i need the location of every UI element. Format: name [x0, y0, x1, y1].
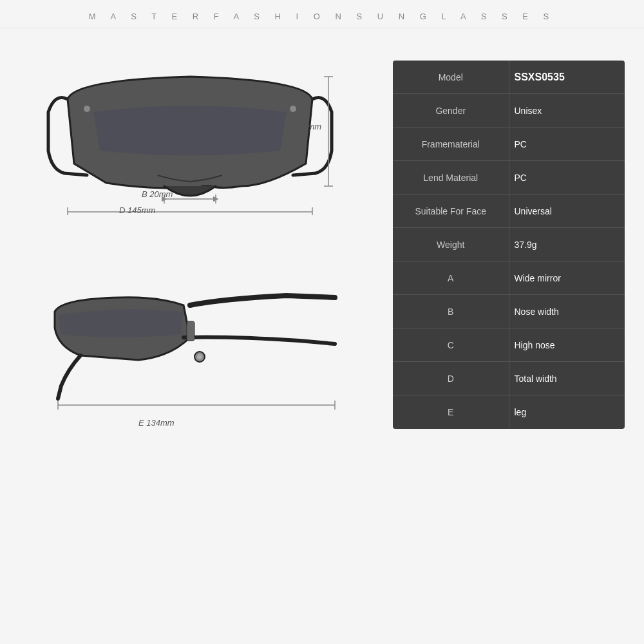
spec-val-2: PC	[509, 131, 625, 157]
dim-e-label: E 134mm	[138, 418, 175, 428]
svg-point-12	[197, 354, 202, 359]
spec-val-8: High nose	[509, 332, 625, 358]
spec-row-8: CHigh nose	[393, 328, 625, 362]
spec-val-7: Nose width	[509, 299, 625, 325]
header-title: M A S T E R F A S H I O N S U N G L A S …	[0, 0, 644, 28]
spec-key-4: Suitable For Face	[393, 198, 509, 224]
spec-row-9: DTotal width	[393, 362, 625, 395]
svg-point-0	[84, 106, 90, 112]
specs-table: ModelSSXS0535GenderUnisexFramematerialPC…	[393, 61, 625, 429]
dim-d-label: D 145mm	[119, 205, 155, 215]
page: M A S T E R F A S H I O N S U N G L A S …	[0, 0, 644, 644]
spec-row-5: Weight37.9g	[393, 228, 625, 261]
spec-val-4: Universal	[509, 198, 625, 224]
spec-key-8: C	[393, 332, 509, 358]
svg-rect-13	[187, 321, 194, 341]
spec-key-0: Model	[393, 64, 509, 90]
left-panel: B 20mm D 145mm C 50mm	[19, 48, 374, 624]
glasses-front-svg	[42, 61, 338, 215]
spec-key-2: Framematerial	[393, 131, 509, 157]
specs-rows: ModelSSXS0535GenderUnisexFramematerialPC…	[393, 61, 625, 429]
spec-row-1: GenderUnisex	[393, 94, 625, 128]
spec-val-1: Unisex	[509, 98, 625, 124]
spec-val-0: SSXS0535	[509, 64, 625, 91]
dim-b-label: B 20mm	[142, 189, 173, 199]
spec-row-7: BNose width	[393, 295, 625, 328]
spec-row-6: AWide mirror	[393, 261, 625, 295]
spec-row-2: FramematerialPC	[393, 128, 625, 161]
spec-val-3: PC	[509, 165, 625, 191]
spec-val-9: Total width	[509, 366, 625, 392]
glasses-side-view: E 134mm	[42, 286, 351, 428]
glasses-side-svg	[42, 286, 338, 415]
spec-key-9: D	[393, 366, 509, 392]
spec-row-4: Suitable For FaceUniversal	[393, 194, 625, 228]
spec-key-5: Weight	[393, 232, 509, 258]
spec-key-10: E	[393, 399, 509, 425]
spec-row-0: ModelSSXS0535	[393, 61, 625, 94]
main-content: B 20mm D 145mm C 50mm	[0, 28, 644, 637]
glasses-front-view: B 20mm D 145mm C 50mm	[42, 61, 351, 267]
brand-title: M A S T E R F A S H I O N S U N G L A S …	[89, 12, 555, 21]
spec-key-7: B	[393, 299, 509, 325]
svg-point-1	[290, 106, 296, 112]
spec-row-3: Lend MaterialPC	[393, 161, 625, 194]
spec-key-1: Gender	[393, 98, 509, 124]
spec-val-5: 37.9g	[509, 232, 625, 258]
spec-key-6: A	[393, 265, 509, 291]
dim-c-label: C 50mm	[290, 122, 321, 131]
spec-val-10: leg	[509, 399, 625, 425]
spec-row-10: Eleg	[393, 395, 625, 429]
spec-val-6: Wide mirror	[509, 265, 625, 291]
spec-key-3: Lend Material	[393, 165, 509, 191]
